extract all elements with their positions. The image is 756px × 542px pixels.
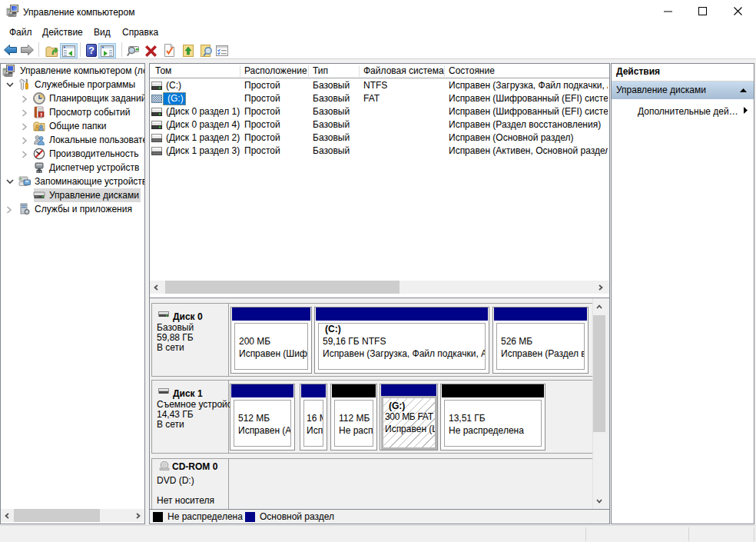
- svg-text:?: ?: [88, 45, 94, 56]
